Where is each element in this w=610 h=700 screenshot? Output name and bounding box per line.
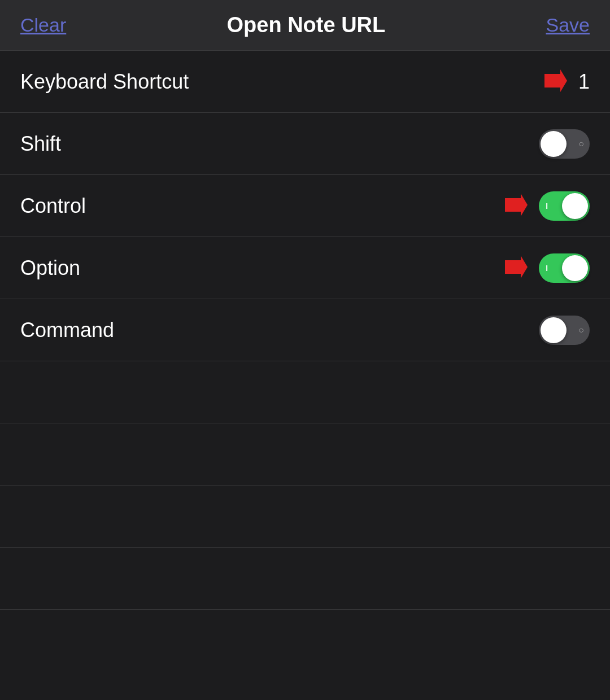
control-toggle-knob	[562, 193, 588, 219]
option-toggle-knob	[562, 255, 588, 281]
empty-row-4	[0, 548, 610, 610]
control-row: Control I	[0, 175, 610, 237]
command-controls: ○	[539, 316, 590, 345]
control-toggle-label: I	[546, 201, 548, 211]
option-toggle-label: I	[546, 263, 548, 273]
command-toggle-knob	[541, 317, 567, 343]
shift-row: Shift ○	[0, 113, 610, 175]
option-arrow-icon	[503, 253, 530, 283]
navigation-header: Clear Open Note URL Save	[0, 0, 610, 51]
clear-button[interactable]: Clear	[20, 14, 66, 36]
save-button[interactable]: Save	[546, 14, 590, 36]
option-toggle[interactable]: I	[539, 253, 590, 283]
shift-controls: ○	[539, 129, 590, 159]
empty-row-1	[0, 361, 610, 423]
empty-row-3	[0, 485, 610, 548]
command-toggle-label: ○	[578, 325, 584, 335]
page-title: Open Note URL	[226, 13, 385, 37]
keyboard-shortcut-label: Keyboard Shortcut	[20, 70, 189, 94]
option-label: Option	[20, 256, 80, 280]
keyboard-shortcut-row: Keyboard Shortcut 1	[0, 51, 610, 113]
option-row: Option I	[0, 237, 610, 299]
control-arrow-icon	[503, 191, 530, 221]
command-label: Command	[20, 318, 114, 342]
command-toggle[interactable]: ○	[539, 316, 590, 345]
svg-marker-0	[544, 69, 567, 92]
svg-marker-1	[505, 194, 528, 216]
shift-toggle-knob	[541, 131, 567, 157]
empty-row-2	[0, 423, 610, 485]
shift-toggle-label: ○	[578, 139, 584, 149]
command-row: Command ○	[0, 299, 610, 361]
option-controls: I	[503, 253, 590, 283]
control-controls: I	[503, 191, 590, 221]
control-toggle[interactable]: I	[539, 191, 590, 221]
shortcut-value: 1	[578, 70, 590, 94]
settings-rows: Keyboard Shortcut 1 Shift ○ Control	[0, 51, 610, 610]
keyboard-shortcut-controls: 1	[542, 67, 590, 97]
svg-marker-2	[505, 256, 528, 278]
control-label: Control	[20, 194, 86, 218]
arrow-icon	[542, 67, 569, 97]
shift-label: Shift	[20, 132, 61, 156]
shift-toggle[interactable]: ○	[539, 129, 590, 159]
